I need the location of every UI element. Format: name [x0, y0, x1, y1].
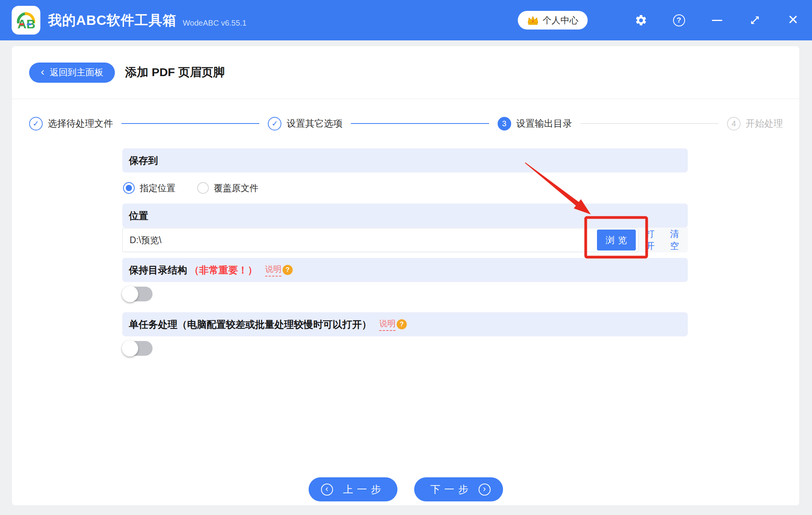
toggle-knob: [122, 340, 138, 357]
step-2: ✓ 设置其它选项: [268, 117, 342, 130]
single-task-section-header: 单任务处理（电脑配置较差或批量处理较慢时可以打开） 说明 ?: [122, 312, 688, 336]
close-glyph: ×: [788, 11, 798, 28]
step-2-check-icon: ✓: [268, 117, 281, 130]
app-window: AB 我的ABC软件工具箱 WodeABC v6.55.1 个人中心: [0, 0, 812, 515]
keep-structure-title: 保持目录结构: [129, 264, 187, 277]
app-version: WodeABC v6.55.1: [183, 19, 246, 28]
help-glyph: ?: [677, 16, 681, 24]
main-card: ‹ 返回到主面板 添加 PDF 页眉页脚 ✓ 选择待处理文件 ✓ 设置其它选项 …: [12, 46, 799, 505]
keep-structure-toggle[interactable]: [122, 287, 153, 301]
abc-logo-icon: AB: [15, 9, 37, 31]
step-connector: [351, 123, 489, 124]
titlebar-right: 个人中心 ?: [518, 11, 802, 30]
close-button[interactable]: ×: [784, 11, 802, 29]
save-to-options: 指定位置 覆盖原文件: [122, 172, 688, 204]
question-badge-icon[interactable]: ?: [283, 265, 293, 275]
step-4: 4 开始处理: [727, 117, 783, 130]
save-to-title: 保存到: [129, 154, 158, 167]
single-task-title: 单任务处理（电脑配置较差或批量处理较慢时可以打开）: [129, 318, 371, 331]
back-to-dashboard-button[interactable]: ‹ 返回到主面板: [29, 63, 115, 83]
single-task-help-link[interactable]: 说明: [379, 318, 396, 331]
location-section-header: 位置: [122, 204, 688, 228]
minimize-button[interactable]: [708, 11, 726, 29]
radio-overwrite-original[interactable]: [197, 182, 209, 194]
app-title: 我的ABC软件工具箱: [48, 11, 177, 30]
step-1: ✓ 选择待处理文件: [29, 117, 113, 130]
clear-path-link[interactable]: 清空: [670, 228, 688, 252]
settings-form: 保存到 指定位置 覆盖原文件 位置 浏览 打开 清空 保: [122, 148, 688, 356]
step-connector: [121, 123, 259, 124]
resize-arrows-icon: [749, 14, 761, 26]
user-center-label: 个人中心: [543, 14, 578, 26]
help-icon[interactable]: ?: [670, 11, 688, 29]
question-badge-icon[interactable]: ?: [397, 319, 407, 329]
titlebar: AB 我的ABC软件工具箱 WodeABC v6.55.1 个人中心: [0, 0, 812, 40]
toggle-knob: [122, 286, 138, 302]
back-button-label: 返回到主面板: [50, 66, 103, 78]
step-3-number: 3: [498, 117, 511, 130]
card-header: ‹ 返回到主面板 添加 PDF 页眉页脚: [12, 46, 799, 99]
user-center-button[interactable]: 个人中心: [518, 11, 588, 30]
titlebar-icons: ? ×: [612, 11, 802, 29]
step-1-label: 选择待处理文件: [48, 117, 113, 130]
step-3-label: 设置输出目录: [516, 117, 572, 130]
next-step-button[interactable]: 下一步 ›: [414, 477, 503, 501]
radio-specified-location-label: 指定位置: [140, 182, 175, 194]
settings-gear-icon[interactable]: [632, 11, 650, 29]
step-connector: [581, 123, 718, 124]
step-4-number: 4: [727, 117, 741, 130]
page-title: 添加 PDF 页眉页脚: [125, 64, 225, 80]
location-title: 位置: [129, 209, 148, 222]
step-2-label: 设置其它选项: [286, 117, 342, 130]
back-chevron-icon: ‹: [41, 66, 44, 77]
next-step-label: 下一步: [427, 483, 472, 496]
radio-overwrite-original-label: 覆盖原文件: [214, 182, 259, 194]
step-3: 3 设置输出目录: [498, 117, 572, 130]
output-path-input[interactable]: [122, 228, 638, 252]
crown-icon: [527, 16, 539, 25]
step-4-label: 开始处理: [746, 117, 783, 130]
previous-step-button[interactable]: ‹ 上一步: [309, 477, 397, 501]
previous-step-label: 上一步: [339, 483, 385, 496]
important-note: （非常重要！）: [189, 264, 257, 277]
radio-specified-location[interactable]: [123, 182, 135, 194]
step-indicator: ✓ 选择待处理文件 ✓ 设置其它选项 3 设置输出目录 4 开始处理: [29, 111, 783, 136]
single-task-toggle[interactable]: [122, 341, 153, 356]
keep-structure-section-header: 保持目录结构 （非常重要！） 说明 ?: [122, 258, 688, 282]
save-to-section-header: 保存到: [122, 148, 688, 172]
browse-button[interactable]: 浏览: [597, 230, 636, 251]
output-path-row: 浏览 打开 清空: [122, 228, 688, 252]
step-1-check-icon: ✓: [29, 117, 43, 130]
open-folder-link[interactable]: 打开: [646, 228, 664, 252]
prev-circle-chevron-icon: ‹: [321, 484, 333, 496]
keep-structure-help-link[interactable]: 说明: [265, 264, 281, 277]
app-logo: AB: [12, 6, 40, 35]
resize-button[interactable]: [746, 11, 764, 29]
next-circle-chevron-icon: ›: [479, 484, 491, 496]
wizard-footer: ‹ 上一步 下一步 ›: [12, 477, 799, 501]
